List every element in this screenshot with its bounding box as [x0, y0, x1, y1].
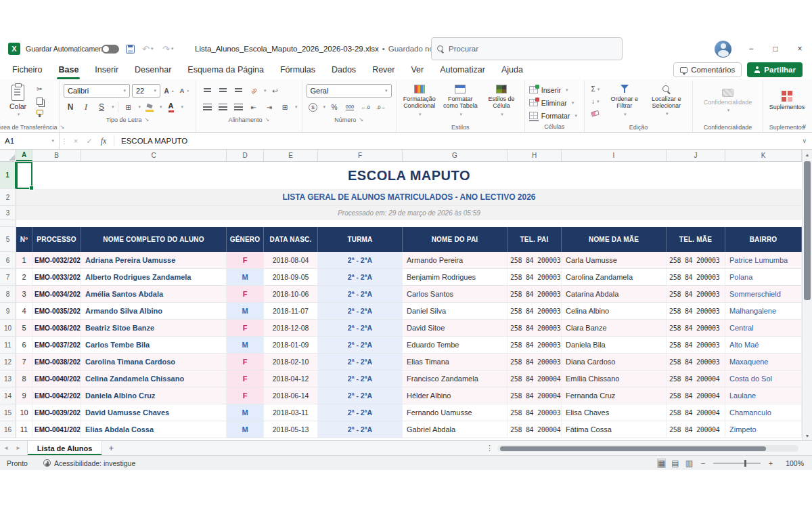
cell-nome[interactable]: Celina Zandamela Chissano [81, 371, 227, 387]
dialog-launcher-icon[interactable]: ↘ [359, 117, 363, 123]
cell-tel-mae[interactable]: 258 84 200003 [667, 337, 725, 353]
fill-color-button[interactable] [143, 102, 156, 112]
normal-view-button[interactable]: ▦ [658, 459, 665, 467]
cell-genero[interactable]: F [227, 371, 264, 387]
cell-bairro[interactable]: Patrice Lumumba [725, 252, 802, 268]
formula-input[interactable]: ESCOLA MAPUTO [117, 137, 802, 145]
cell-tel-mae[interactable]: 258 84 200004 [667, 421, 725, 438]
row-header[interactable]: 13 [0, 371, 16, 387]
cell-tel-mae[interactable]: 258 84 200003 [667, 269, 725, 285]
cell-data-nasc[interactable]: 2018-05-13 [264, 421, 318, 438]
chevron-down-icon[interactable]: ▾ [151, 46, 154, 51]
cell-turma[interactable]: 2ª - 2ªA [318, 421, 403, 438]
cell-genero[interactable]: F [227, 286, 264, 302]
cell-nome[interactable]: Beatriz Sitoe Banze [81, 320, 227, 336]
column-header[interactable]: J [667, 150, 725, 161]
zoom-slider-thumb[interactable] [744, 460, 746, 467]
table-header-cell[interactable]: NOME DA MÃE [562, 227, 667, 252]
dialog-launcher-icon[interactable]: ↘ [265, 117, 269, 123]
row-header[interactable]: 2 [0, 189, 16, 206]
cell-turma[interactable]: 2ª - 2ªA [318, 286, 403, 302]
cell-title[interactable]: ESCOLA MAPUTO [16, 162, 802, 189]
accessibility-status[interactable]: Acessibilidade: investigue [43, 459, 135, 467]
cell-bairro[interactable]: Chamanculo [725, 404, 802, 421]
row-header[interactable]: 6 [0, 252, 16, 269]
kebab-menu-icon[interactable]: ⋮ [486, 444, 493, 452]
cancel-button[interactable]: × [69, 137, 83, 145]
cell-num[interactable]: 5 [16, 320, 32, 336]
cell-tel-mae[interactable]: 258 84 200003 [667, 286, 725, 302]
add-sheet-button[interactable]: + [102, 443, 120, 453]
italic-button[interactable]: I [79, 102, 93, 112]
cell-nome[interactable]: Amélia Santos Abdala [81, 286, 227, 302]
cut-button[interactable]: ✂ [32, 84, 46, 94]
name-box[interactable]: A1▾ [0, 133, 60, 149]
cell-num[interactable]: 2 [16, 269, 32, 285]
format-cells-button[interactable]: Formatar▾ [529, 110, 580, 121]
cell-data-nasc[interactable]: 2018-03-11 [264, 404, 318, 421]
cell-nome-mae[interactable]: Fernanda Cruz [562, 387, 667, 404]
scroll-down-icon[interactable]: ▼ [803, 431, 812, 440]
cell-nome[interactable]: Carlos Tembe Bila [81, 337, 227, 353]
grow-font-button[interactable]: A▲ [162, 86, 176, 96]
cell-genero[interactable]: M [227, 421, 264, 438]
chevron-down-icon[interactable]: ▾ [160, 104, 162, 110]
sort-filter-button[interactable]: Ordenar e Filtrar ▾ [606, 82, 644, 120]
sheet-nav-right-icon[interactable]: ► [12, 445, 24, 451]
increase-indent-button[interactable]: ⇥ [263, 102, 276, 112]
cell-turma[interactable]: 2ª - 2ªA [318, 371, 403, 387]
vertical-scrollbar[interactable]: ▲ ▼ [802, 150, 812, 440]
decrease-indent-button[interactable]: ⇤ [247, 102, 261, 112]
cell-nome-mae[interactable]: Clara Banze [562, 320, 667, 336]
align-top-button[interactable] [200, 86, 214, 96]
cell-nome[interactable]: Daniela Albino Cruz [81, 387, 227, 404]
cell-num[interactable]: 3 [16, 286, 32, 302]
merge-center-button[interactable]: ⊞ [278, 102, 292, 112]
chevron-down-icon[interactable]: ▾ [139, 104, 141, 110]
chevron-down-icon[interactable]: ▾ [112, 104, 114, 110]
chevron-down-icon[interactable]: ▾ [264, 88, 267, 93]
share-button[interactable]: Partilhar [747, 62, 803, 77]
table-header-cell[interactable]: PROCESSO [32, 227, 81, 252]
cell-nome-mae[interactable]: Celina Albino [562, 303, 667, 319]
cell-nome-mae[interactable]: Elisa Chaves [562, 404, 667, 421]
cell-nome[interactable]: Armando Silva Albino [81, 303, 227, 319]
table-header-cell[interactable]: Nº [16, 227, 32, 252]
chevron-down-icon[interactable]: ▾ [295, 104, 298, 110]
cell-nome-pai[interactable]: Daniel Silva [403, 303, 508, 319]
autosum-button[interactable]: Σ▾ [589, 84, 602, 94]
table-header-cell[interactable]: NOME DO PAI [403, 227, 508, 252]
cell-nome-pai[interactable]: Elias Timana [403, 354, 508, 370]
column-header[interactable]: H [508, 150, 562, 161]
cell-processo[interactable]: EMO-0035/202 [32, 303, 81, 319]
cell-bairro[interactable]: Malhangalene [725, 303, 802, 319]
cell-bairro[interactable]: Polana [725, 269, 802, 285]
cell-tel-mae[interactable]: 258 84 200004 [667, 404, 725, 421]
row-header[interactable]: 7 [0, 269, 16, 286]
chevron-down-icon[interactable]: ▾ [171, 46, 174, 51]
cell-subtitle[interactable]: LISTA GERAL DE ALUNOS MATRICULADOS - ANO… [16, 189, 802, 206]
cell-processo[interactable]: EMO-0036/202 [32, 320, 81, 336]
row-header[interactable]: 3 [0, 206, 16, 220]
cell-nome-mae[interactable]: Fátima Cossa [562, 421, 667, 438]
copy-button[interactable] [32, 96, 46, 106]
insert-function-button[interactable]: fx [96, 136, 111, 146]
align-bottom-button[interactable] [231, 86, 245, 96]
ribbon-tab[interactable]: Ajuda [493, 60, 531, 79]
cell-processo[interactable]: EMO-0039/202 [32, 404, 81, 421]
cell-nome-pai[interactable]: Carlos Santos [403, 286, 508, 302]
cell-num[interactable]: 11 [16, 421, 32, 438]
font-name-select[interactable]: Calibri▾ [64, 84, 130, 98]
delete-cells-button[interactable]: Eliminar▾ [529, 97, 580, 108]
cell-processo[interactable]: EMO-0032/202 [32, 252, 81, 268]
cell-genero[interactable]: M [227, 269, 264, 285]
zoom-in-button[interactable]: + [767, 459, 775, 467]
sheet-tab-active[interactable]: Lista de Alunos [27, 441, 103, 455]
cell-turma[interactable]: 2ª - 2ªA [318, 404, 403, 421]
cell-tel-mae[interactable]: 258 84 200003 [667, 252, 725, 268]
ribbon-tab[interactable]: Inserir [87, 60, 127, 79]
minimize-button[interactable]: − [739, 37, 763, 60]
font-color-button[interactable]: A [164, 102, 178, 112]
decrease-decimal-button[interactable] [374, 102, 388, 112]
underline-button[interactable]: S [95, 102, 108, 112]
